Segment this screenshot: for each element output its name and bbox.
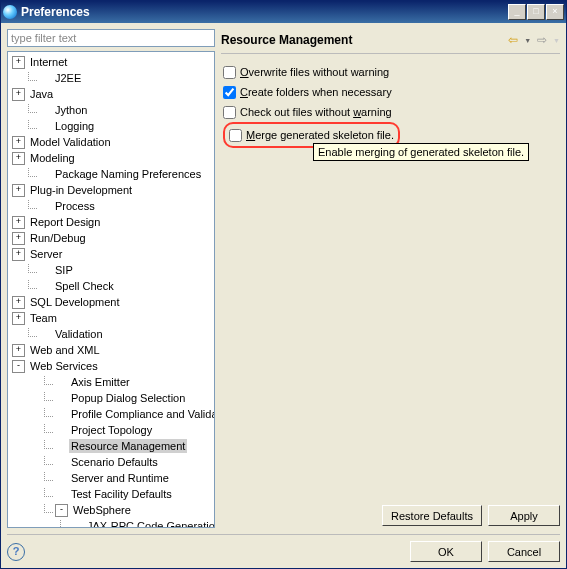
expand-icon[interactable]: + xyxy=(12,88,25,101)
maximize-button[interactable]: □ xyxy=(527,4,545,20)
tree-item-label: Popup Dialog Selection xyxy=(69,391,187,405)
tree-item[interactable]: +Modeling xyxy=(8,150,214,166)
back-icon[interactable]: ⇦ xyxy=(508,33,518,47)
expand-icon[interactable]: + xyxy=(12,248,25,261)
tree-item-label: Server xyxy=(28,247,64,261)
tree-spacer xyxy=(39,169,50,180)
tree-item[interactable]: Test Facility Defaults xyxy=(8,486,214,502)
tree-spacer xyxy=(39,281,50,292)
tree-item[interactable]: Resource Management xyxy=(8,438,214,454)
tree-item[interactable]: Profile Compliance and Validation xyxy=(8,406,214,422)
expand-icon[interactable]: + xyxy=(12,344,25,357)
tree-item-label: Server and Runtime xyxy=(69,471,171,485)
tree-item[interactable]: Package Naming Preferences xyxy=(8,166,214,182)
tree-item[interactable]: +Run/Debug xyxy=(8,230,214,246)
filter-input[interactable] xyxy=(7,29,215,47)
collapse-icon[interactable]: - xyxy=(12,360,25,373)
tree-item-label: Logging xyxy=(53,119,96,133)
help-icon[interactable]: ? xyxy=(7,543,25,561)
tree-spacer xyxy=(55,457,66,468)
tree-item[interactable]: Logging xyxy=(8,118,214,134)
tree-item-label: Spell Check xyxy=(53,279,116,293)
preference-tree[interactable]: +InternetJ2EE+JavaJythonLogging+Model Va… xyxy=(7,51,215,528)
tree-item-label: Test Facility Defaults xyxy=(69,487,174,501)
forward-icon[interactable]: ⇨ xyxy=(537,33,547,47)
tree-spacer xyxy=(55,409,66,420)
expand-icon[interactable]: + xyxy=(12,152,25,165)
checkbox-row: Create folders when necessary xyxy=(223,82,560,102)
tree-item[interactable]: Project Topology xyxy=(8,422,214,438)
expand-icon[interactable]: + xyxy=(12,56,25,69)
tree-item-label: SIP xyxy=(53,263,75,277)
tree-item[interactable]: +Internet xyxy=(8,54,214,70)
tree-item[interactable]: +Team xyxy=(8,310,214,326)
collapse-icon[interactable]: - xyxy=(55,504,68,517)
checkbox-row: Check out files without warning xyxy=(223,102,560,122)
minimize-button[interactable]: _ xyxy=(508,4,526,20)
tree-item-label: Plug-in Development xyxy=(28,183,134,197)
expand-icon[interactable]: + xyxy=(12,296,25,309)
cancel-button[interactable]: Cancel xyxy=(488,541,560,562)
titlebar: Preferences _ □ × xyxy=(1,1,566,23)
window-title: Preferences xyxy=(21,5,90,19)
option-checkbox[interactable] xyxy=(229,129,242,142)
tree-item-label: J2EE xyxy=(53,71,83,85)
tree-item[interactable]: SIP xyxy=(8,262,214,278)
option-label: Merge generated skeleton file. xyxy=(246,129,394,141)
tree-spacer xyxy=(39,121,50,132)
restore-defaults-button[interactable]: Restore Defaults xyxy=(382,505,482,526)
option-checkbox[interactable] xyxy=(223,106,236,119)
option-label: Overwrite files without warning xyxy=(240,66,389,78)
tree-item[interactable]: +Java xyxy=(8,86,214,102)
expand-icon[interactable]: + xyxy=(12,136,25,149)
tree-item[interactable]: +SQL Development xyxy=(8,294,214,310)
tree-item-label: Resource Management xyxy=(69,439,187,453)
expand-icon[interactable]: + xyxy=(12,232,25,245)
tree-item-label: Web and XML xyxy=(28,343,102,357)
tree-item[interactable]: Spell Check xyxy=(8,278,214,294)
app-icon xyxy=(3,5,17,19)
tree-item[interactable]: -Web Services xyxy=(8,358,214,374)
tree-item-label: Model Validation xyxy=(28,135,113,149)
tree-item[interactable]: Popup Dialog Selection xyxy=(8,390,214,406)
tree-item[interactable]: +Server xyxy=(8,246,214,262)
tree-item[interactable]: Scenario Defaults xyxy=(8,454,214,470)
option-label: Create folders when necessary xyxy=(240,86,392,98)
tree-item-label: Run/Debug xyxy=(28,231,88,245)
tree-item-label: Report Design xyxy=(28,215,102,229)
tree-spacer xyxy=(55,489,66,500)
tree-item[interactable]: J2EE xyxy=(8,70,214,86)
expand-icon[interactable]: + xyxy=(12,216,25,229)
tree-item-label: Modeling xyxy=(28,151,77,165)
tree-spacer xyxy=(55,393,66,404)
option-checkbox[interactable] xyxy=(223,86,236,99)
tree-item-label: Process xyxy=(53,199,97,213)
tree-item-label: Jython xyxy=(53,103,89,117)
tree-spacer xyxy=(71,521,82,529)
ok-button[interactable]: OK xyxy=(410,541,482,562)
tree-item[interactable]: +Report Design xyxy=(8,214,214,230)
expand-icon[interactable]: + xyxy=(12,312,25,325)
tree-item[interactable]: Validation xyxy=(8,326,214,342)
tree-item-label: Package Naming Preferences xyxy=(53,167,203,181)
tree-item[interactable]: +Model Validation xyxy=(8,134,214,150)
tree-item-label: JAX-RPC Code Generation xyxy=(85,519,215,528)
expand-icon[interactable]: + xyxy=(12,184,25,197)
tree-item[interactable]: Axis Emitter xyxy=(8,374,214,390)
tree-spacer xyxy=(55,473,66,484)
tree-item[interactable]: Process xyxy=(8,198,214,214)
close-button[interactable]: × xyxy=(546,4,564,20)
apply-button[interactable]: Apply xyxy=(488,505,560,526)
option-checkbox[interactable] xyxy=(223,66,236,79)
tree-item-label: Profile Compliance and Validation xyxy=(69,407,215,421)
tree-item[interactable]: Jython xyxy=(8,102,214,118)
tree-item[interactable]: +Web and XML xyxy=(8,342,214,358)
tree-item[interactable]: JAX-RPC Code Generation xyxy=(8,518,214,528)
tree-item[interactable]: -WebSphere xyxy=(8,502,214,518)
tree-spacer xyxy=(39,265,50,276)
option-label: Check out files without warning xyxy=(240,106,392,118)
tree-spacer xyxy=(39,105,50,116)
tree-item[interactable]: +Plug-in Development xyxy=(8,182,214,198)
tree-item[interactable]: Server and Runtime xyxy=(8,470,214,486)
dropdown-icon[interactable]: ▼ xyxy=(524,37,531,44)
